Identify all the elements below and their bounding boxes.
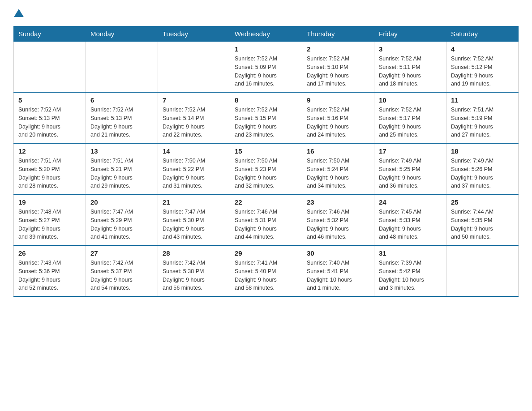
day-info: Sunrise: 7:49 AM Sunset: 5:25 PM Dayligh… [379, 157, 442, 190]
day-number: 18 [451, 147, 514, 155]
day-number: 4 [451, 45, 514, 53]
calendar-header-row: SundayMondayTuesdayWednesdayThursdayFrid… [14, 26, 519, 42]
day-info: Sunrise: 7:50 AM Sunset: 5:22 PM Dayligh… [163, 157, 225, 190]
day-number: 24 [379, 198, 442, 206]
day-info: Sunrise: 7:42 AM Sunset: 5:37 PM Dayligh… [90, 259, 153, 292]
day-number: 8 [235, 96, 297, 104]
calendar-day-cell: 16Sunrise: 7:50 AM Sunset: 5:24 PM Dayli… [302, 143, 374, 194]
day-number: 31 [379, 249, 442, 257]
calendar-day-cell: 15Sunrise: 7:50 AM Sunset: 5:23 PM Dayli… [230, 143, 302, 194]
day-number: 5 [18, 96, 81, 104]
calendar-day-cell: 24Sunrise: 7:45 AM Sunset: 5:33 PM Dayli… [374, 194, 446, 245]
day-number: 1 [235, 45, 297, 53]
calendar-day-cell: 19Sunrise: 7:48 AM Sunset: 5:27 PM Dayli… [14, 194, 86, 245]
calendar-day-cell: 12Sunrise: 7:51 AM Sunset: 5:20 PM Dayli… [14, 143, 86, 194]
day-info: Sunrise: 7:42 AM Sunset: 5:38 PM Dayligh… [163, 259, 225, 292]
page-header [13, 9, 519, 18]
day-info: Sunrise: 7:52 AM Sunset: 5:09 PM Dayligh… [235, 55, 297, 88]
day-info: Sunrise: 7:50 AM Sunset: 5:24 PM Dayligh… [307, 157, 369, 190]
day-number: 19 [18, 198, 81, 206]
day-number: 14 [163, 147, 225, 155]
calendar-day-cell: 10Sunrise: 7:52 AM Sunset: 5:17 PM Dayli… [374, 92, 446, 143]
calendar-week-row: 12Sunrise: 7:51 AM Sunset: 5:20 PM Dayli… [14, 143, 519, 194]
day-info: Sunrise: 7:50 AM Sunset: 5:23 PM Dayligh… [235, 157, 297, 190]
logo [13, 9, 24, 18]
day-info: Sunrise: 7:52 AM Sunset: 5:12 PM Dayligh… [451, 55, 514, 88]
day-number: 16 [307, 147, 369, 155]
day-number: 13 [90, 147, 153, 155]
calendar-body: 1Sunrise: 7:52 AM Sunset: 5:09 PM Daylig… [14, 42, 519, 297]
day-info: Sunrise: 7:52 AM Sunset: 5:13 PM Dayligh… [18, 106, 81, 139]
calendar-day-cell: 25Sunrise: 7:44 AM Sunset: 5:35 PM Dayli… [446, 194, 519, 245]
calendar-day-header: Monday [86, 26, 158, 42]
day-number: 15 [235, 147, 297, 155]
calendar-day-cell: 18Sunrise: 7:49 AM Sunset: 5:26 PM Dayli… [446, 143, 519, 194]
day-number: 30 [307, 249, 369, 257]
calendar-day-header: Sunday [14, 26, 86, 42]
day-number: 22 [235, 198, 297, 206]
day-info: Sunrise: 7:49 AM Sunset: 5:26 PM Dayligh… [451, 157, 514, 190]
day-info: Sunrise: 7:52 AM Sunset: 5:15 PM Dayligh… [235, 106, 297, 139]
calendar-day-cell: 11Sunrise: 7:51 AM Sunset: 5:19 PM Dayli… [446, 92, 519, 143]
calendar-day-header: Friday [374, 26, 446, 42]
day-info: Sunrise: 7:41 AM Sunset: 5:40 PM Dayligh… [235, 259, 297, 292]
calendar-day-cell: 4Sunrise: 7:52 AM Sunset: 5:12 PM Daylig… [446, 42, 519, 93]
day-number: 7 [163, 96, 225, 104]
day-number: 9 [307, 96, 369, 104]
calendar-day-cell: 26Sunrise: 7:43 AM Sunset: 5:36 PM Dayli… [14, 245, 86, 296]
day-info: Sunrise: 7:48 AM Sunset: 5:27 PM Dayligh… [18, 208, 81, 241]
calendar-day-cell: 8Sunrise: 7:52 AM Sunset: 5:15 PM Daylig… [230, 92, 302, 143]
calendar-day-cell [86, 42, 158, 93]
day-info: Sunrise: 7:45 AM Sunset: 5:33 PM Dayligh… [379, 208, 442, 241]
logo-triangle-icon [14, 9, 24, 17]
calendar-day-cell: 28Sunrise: 7:42 AM Sunset: 5:38 PM Dayli… [158, 245, 230, 296]
calendar-day-header: Wednesday [230, 26, 302, 42]
calendar-day-cell: 31Sunrise: 7:39 AM Sunset: 5:42 PM Dayli… [374, 245, 446, 296]
calendar-week-row: 5Sunrise: 7:52 AM Sunset: 5:13 PM Daylig… [14, 92, 519, 143]
day-number: 25 [451, 198, 514, 206]
day-number: 3 [379, 45, 442, 53]
day-number: 17 [379, 147, 442, 155]
calendar-day-cell: 9Sunrise: 7:52 AM Sunset: 5:16 PM Daylig… [302, 92, 374, 143]
day-number: 10 [379, 96, 442, 104]
day-number: 27 [90, 249, 153, 257]
day-number: 23 [307, 198, 369, 206]
day-number: 2 [307, 45, 369, 53]
calendar-day-cell [14, 42, 86, 93]
calendar-day-cell: 1Sunrise: 7:52 AM Sunset: 5:09 PM Daylig… [230, 42, 302, 93]
day-number: 20 [90, 198, 153, 206]
calendar-day-cell: 14Sunrise: 7:50 AM Sunset: 5:22 PM Dayli… [158, 143, 230, 194]
day-number: 11 [451, 96, 514, 104]
calendar-week-row: 19Sunrise: 7:48 AM Sunset: 5:27 PM Dayli… [14, 194, 519, 245]
day-info: Sunrise: 7:51 AM Sunset: 5:20 PM Dayligh… [18, 157, 81, 190]
day-number: 6 [90, 96, 153, 104]
day-info: Sunrise: 7:52 AM Sunset: 5:17 PM Dayligh… [379, 106, 442, 139]
day-info: Sunrise: 7:52 AM Sunset: 5:10 PM Dayligh… [307, 55, 369, 88]
day-info: Sunrise: 7:51 AM Sunset: 5:21 PM Dayligh… [90, 157, 153, 190]
calendar-header: SundayMondayTuesdayWednesdayThursdayFrid… [14, 26, 519, 42]
day-info: Sunrise: 7:46 AM Sunset: 5:32 PM Dayligh… [307, 208, 369, 241]
calendar-week-row: 26Sunrise: 7:43 AM Sunset: 5:36 PM Dayli… [14, 245, 519, 296]
day-info: Sunrise: 7:40 AM Sunset: 5:41 PM Dayligh… [307, 259, 369, 292]
day-info: Sunrise: 7:52 AM Sunset: 5:11 PM Dayligh… [379, 55, 442, 88]
day-info: Sunrise: 7:47 AM Sunset: 5:29 PM Dayligh… [90, 208, 153, 241]
day-info: Sunrise: 7:52 AM Sunset: 5:14 PM Dayligh… [163, 106, 225, 139]
calendar-day-cell: 29Sunrise: 7:41 AM Sunset: 5:40 PM Dayli… [230, 245, 302, 296]
calendar-day-header: Thursday [302, 26, 374, 42]
day-number: 26 [18, 249, 81, 257]
calendar-day-cell: 20Sunrise: 7:47 AM Sunset: 5:29 PM Dayli… [86, 194, 158, 245]
day-number: 28 [163, 249, 225, 257]
calendar-day-header: Saturday [446, 26, 519, 42]
calendar-day-cell: 3Sunrise: 7:52 AM Sunset: 5:11 PM Daylig… [374, 42, 446, 93]
day-info: Sunrise: 7:47 AM Sunset: 5:30 PM Dayligh… [163, 208, 225, 241]
calendar-day-cell: 27Sunrise: 7:42 AM Sunset: 5:37 PM Dayli… [86, 245, 158, 296]
calendar-week-row: 1Sunrise: 7:52 AM Sunset: 5:09 PM Daylig… [14, 42, 519, 93]
calendar-day-cell [446, 245, 519, 296]
day-info: Sunrise: 7:52 AM Sunset: 5:16 PM Dayligh… [307, 106, 369, 139]
day-number: 12 [18, 147, 81, 155]
day-number: 21 [163, 198, 225, 206]
calendar-table: SundayMondayTuesdayWednesdayThursdayFrid… [13, 26, 519, 297]
day-info: Sunrise: 7:43 AM Sunset: 5:36 PM Dayligh… [18, 259, 81, 292]
calendar-day-cell: 13Sunrise: 7:51 AM Sunset: 5:21 PM Dayli… [86, 143, 158, 194]
calendar-day-cell: 2Sunrise: 7:52 AM Sunset: 5:10 PM Daylig… [302, 42, 374, 93]
